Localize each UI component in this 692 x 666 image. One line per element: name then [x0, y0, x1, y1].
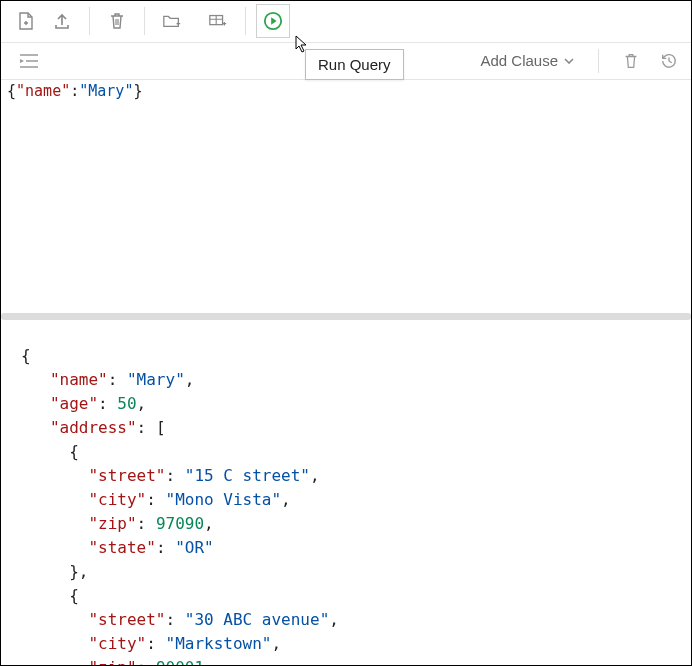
- file-plus-icon: [16, 11, 36, 31]
- pane-divider[interactable]: [1, 308, 691, 325]
- toolbar-separator: [89, 7, 90, 35]
- trash-icon: [622, 52, 640, 70]
- query-text: {"name":"Mary"}: [1, 80, 691, 100]
- toolbar-separator: [598, 49, 599, 73]
- history-icon: [660, 52, 678, 70]
- run-query-button[interactable]: [256, 4, 290, 38]
- upload-icon: [52, 11, 72, 31]
- upload-button[interactable]: [45, 4, 79, 38]
- schema-icon: [208, 11, 228, 31]
- new-file-button[interactable]: [9, 4, 43, 38]
- result-viewer[interactable]: { "name": "Mary", "age": 50, "address": …: [1, 324, 691, 665]
- toolbar-separator: [144, 7, 145, 35]
- main-toolbar: [1, 1, 691, 43]
- add-clause-label: Add Clause: [480, 52, 558, 69]
- folder-plus-icon: [162, 11, 182, 31]
- history-button[interactable]: [655, 47, 683, 75]
- delete-button[interactable]: [100, 4, 134, 38]
- run-query-tooltip: Run Query: [305, 49, 404, 80]
- add-clause-dropdown[interactable]: Add Clause: [474, 48, 580, 73]
- indent-button[interactable]: [15, 47, 43, 75]
- toolbar-separator: [245, 7, 246, 35]
- new-project-button[interactable]: [155, 4, 189, 38]
- trash-icon: [107, 11, 127, 31]
- clear-query-button[interactable]: [617, 47, 645, 75]
- divider-bar: [1, 313, 691, 320]
- schema-button[interactable]: [201, 4, 235, 38]
- play-icon: [263, 10, 283, 32]
- indent-icon: [18, 52, 40, 70]
- query-editor[interactable]: {"name":"Mary"}: [1, 80, 691, 308]
- chevron-down-icon: [564, 58, 574, 64]
